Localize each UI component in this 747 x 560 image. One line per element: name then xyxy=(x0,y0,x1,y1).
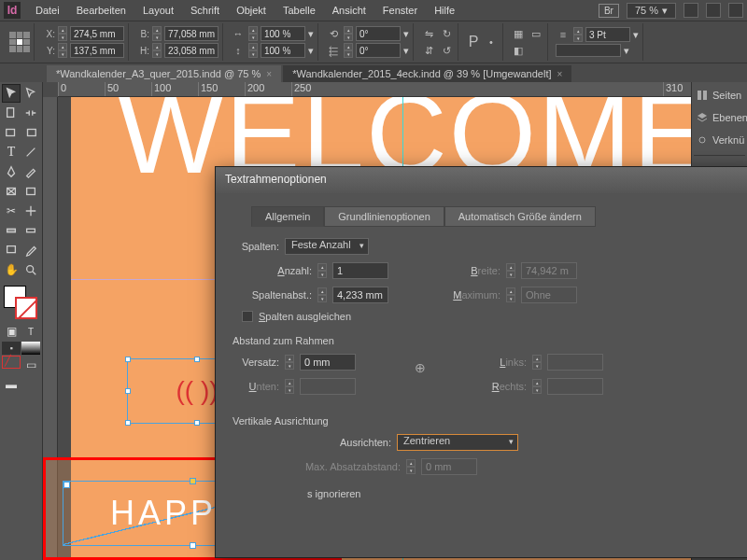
dialog-tab-grundlinien[interactable]: Grundlinienoptionen xyxy=(324,206,444,227)
anzahl-label: Anzahl: xyxy=(233,265,312,276)
page-tool[interactable] xyxy=(2,104,21,122)
svg-rect-2 xyxy=(28,130,36,136)
type-tool[interactable]: T xyxy=(2,143,21,161)
corner-icon[interactable]: ◧ xyxy=(511,43,526,58)
flip-h-icon[interactable]: ⇋ xyxy=(421,26,436,41)
menu-objekt[interactable]: Objekt xyxy=(229,2,274,19)
links-label: Links: xyxy=(485,357,527,368)
svg-rect-4 xyxy=(27,189,35,195)
gradient-swatch-tool[interactable] xyxy=(2,221,21,240)
fill-icon[interactable]: ▦ xyxy=(511,26,526,41)
panel-verknuepfungen[interactable]: Verknü xyxy=(694,131,745,149)
menu-tabelle[interactable]: Tabelle xyxy=(275,2,323,19)
dialog-tab-auto[interactable]: Automatisch Größe ändern xyxy=(444,206,596,227)
menu-datei[interactable]: Datei xyxy=(28,2,67,19)
rechts-input xyxy=(547,378,603,395)
rectangle-frame-tool[interactable] xyxy=(2,182,21,201)
content-placer-tool[interactable] xyxy=(21,123,40,142)
menu-bearbeiten[interactable]: Bearbeiten xyxy=(69,2,134,19)
stroke-weight-input[interactable] xyxy=(585,27,630,42)
zoom-dropdown[interactable]: 75 %▾ xyxy=(627,3,676,19)
y-input[interactable] xyxy=(70,43,124,58)
content-collector-tool[interactable] xyxy=(2,123,21,142)
menu-ansicht[interactable]: Ansicht xyxy=(325,2,374,19)
ruler-horizontal[interactable]: 050100150200250310 xyxy=(58,82,691,97)
links-input xyxy=(547,354,603,371)
x-input[interactable] xyxy=(70,26,124,41)
maxabs-label: Max. Absatzabstand: xyxy=(289,461,401,472)
unten-input xyxy=(300,378,356,395)
scale-x-input[interactable] xyxy=(261,26,305,41)
rotate-icon: ⟲ xyxy=(326,26,341,41)
maximum-input xyxy=(521,287,577,303)
flip-v-icon[interactable]: ⇵ xyxy=(421,43,436,58)
view-mode-preview[interactable]: ▬ xyxy=(2,375,21,394)
abstand-section-label: Abstand zum Rahmen xyxy=(233,335,739,346)
apply-none-icon[interactable]: ╱ xyxy=(2,356,21,369)
arrange-button[interactable] xyxy=(706,3,721,18)
formatting-text-icon[interactable]: T xyxy=(21,322,40,341)
menu-schrift[interactable]: Schrift xyxy=(183,2,227,19)
versatz-input[interactable] xyxy=(300,354,356,371)
line-tool[interactable] xyxy=(21,143,40,161)
tab-2[interactable]: *Wandkalender_2015_4eck.indd @ 39 % [Umg… xyxy=(283,65,571,82)
rotate-cw-icon[interactable]: ↻ xyxy=(439,26,454,41)
scale-y-input[interactable] xyxy=(261,43,305,58)
ignore-label: s ignorieren xyxy=(307,488,739,499)
spalten-ausgleichen-checkbox[interactable]: Spalten ausgleichen xyxy=(242,311,739,322)
control-bar: X:▴▾ Y:▴▾ B:▴▾ H:▴▾ ↔▴▾▾ ↕▴▾▾ ⟲▴▾▾ ⬱▴▾▾ … xyxy=(0,21,747,63)
apply-gradient-icon[interactable] xyxy=(21,342,40,355)
ausrichten-label: Ausrichten: xyxy=(326,437,391,448)
svg-rect-5 xyxy=(7,229,16,232)
screen-mode-button[interactable] xyxy=(684,3,698,18)
spaltenabst-label: Spaltenabst.: xyxy=(233,289,312,301)
height-input[interactable] xyxy=(164,43,218,58)
breite-input xyxy=(521,262,577,279)
selection-tool[interactable] xyxy=(2,84,21,103)
rotate-input[interactable] xyxy=(356,26,401,41)
dialog-title[interactable]: Textrahmenoptionen xyxy=(216,167,747,193)
zoom-tool[interactable] xyxy=(21,260,40,279)
close-icon[interactable]: × xyxy=(266,69,272,79)
note-tool[interactable] xyxy=(2,241,21,259)
hand-tool[interactable]: ✋ xyxy=(2,260,21,279)
close-icon[interactable]: × xyxy=(557,69,563,79)
menu-hilfe[interactable]: Hilfe xyxy=(427,2,462,19)
formatting-container-icon[interactable]: ▣ xyxy=(2,322,21,341)
direct-selection-tool[interactable] xyxy=(21,84,40,103)
pen-tool[interactable] xyxy=(2,162,21,181)
rotate-ccw-icon[interactable]: ↺ xyxy=(439,43,454,58)
spalten-type-dropdown[interactable]: Feste Anzahl xyxy=(285,238,369,255)
rectangle-tool[interactable] xyxy=(21,182,40,201)
bridge-button[interactable]: Br xyxy=(599,4,619,18)
scissors-tool[interactable]: ✂ xyxy=(2,202,21,220)
workspace-button[interactable] xyxy=(728,3,743,18)
anzahl-input[interactable] xyxy=(332,262,388,279)
gradient-feather-tool[interactable] xyxy=(21,221,40,240)
link-inset-icon[interactable]: ⊕ xyxy=(412,354,429,382)
menu-fenster[interactable]: Fenster xyxy=(375,2,425,19)
gap-tool[interactable] xyxy=(21,104,40,122)
ausrichten-dropdown[interactable]: Zentrieren xyxy=(397,434,518,451)
spalten-label: Spalten: xyxy=(233,241,279,252)
menu-layout[interactable]: Layout xyxy=(135,2,181,19)
spaltenabst-input[interactable] xyxy=(332,287,388,303)
tab-1[interactable]: *Wandkalender_A3_quer_2015.indd @ 75 %× xyxy=(47,65,281,82)
parens-text: (( )) xyxy=(176,376,218,406)
p-icon[interactable]: P xyxy=(466,35,481,49)
stroke-style-dropdown[interactable] xyxy=(556,44,621,57)
eyedropper-tool[interactable] xyxy=(21,241,40,259)
shear-input[interactable] xyxy=(356,43,401,58)
stroke-align-icon[interactable]: ▭ xyxy=(529,26,543,41)
view-mode-normal[interactable]: ▭ xyxy=(21,356,40,374)
pencil-tool[interactable] xyxy=(21,162,40,181)
dialog-tab-allgemein[interactable]: Allgemein xyxy=(251,206,324,227)
breite-label: Breite: xyxy=(444,265,500,276)
apply-color-icon[interactable]: ▪ xyxy=(2,342,21,355)
fill-stroke-swatch[interactable] xyxy=(2,286,40,321)
panel-ebenen[interactable]: Ebenen xyxy=(694,108,745,127)
panel-seiten[interactable]: Seiten xyxy=(694,86,745,105)
free-transform-tool[interactable] xyxy=(21,202,40,220)
width-input[interactable] xyxy=(164,26,218,41)
app-icon: Id xyxy=(4,2,21,19)
